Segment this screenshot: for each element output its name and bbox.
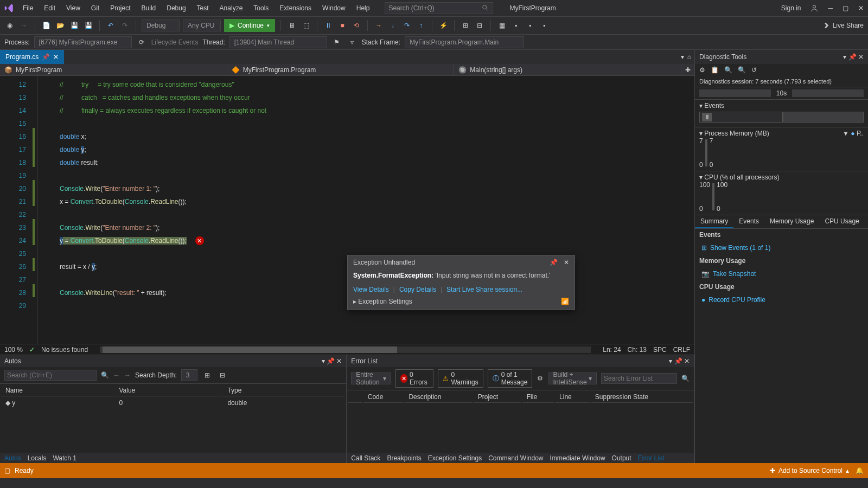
split-icon[interactable]: ✚ (681, 64, 694, 75)
panel-pin-icon[interactable]: 📌 (848, 53, 857, 61)
panel-close-icon[interactable]: ✕ (684, 357, 690, 365)
continue-button[interactable]: ▶Continue▾ (224, 19, 275, 32)
nav-next-icon[interactable]: → (124, 371, 131, 379)
nav-method[interactable]: 🔘 Main(string[] args) (454, 64, 681, 75)
tab-dropdown-icon[interactable]: ▾ (681, 53, 684, 61)
diag-settings-icon[interactable]: ⚙ (699, 66, 705, 74)
diag-mem-header[interactable]: ▾ Process Memory (MB) ▼ ● P.. (699, 130, 864, 137)
intellitrace-icon[interactable]: ▦ (496, 20, 507, 31)
liveshare-icon[interactable] (822, 22, 829, 29)
diag-tab-memory-usage[interactable]: Memory Usage (764, 215, 819, 228)
errlist-tab-exception-settings[interactable]: Exception Settings (428, 454, 482, 462)
search-go-icon[interactable]: 🔍 (101, 371, 109, 379)
save-all-icon[interactable]: 💾 (83, 20, 94, 31)
filter-icon[interactable]: ▿ (347, 37, 358, 48)
panel-dropdown-icon[interactable]: ▾ (669, 357, 672, 365)
new-item-icon[interactable]: 📄 (41, 20, 52, 31)
errlist-scope[interactable]: Entire Solution ▾ (351, 373, 391, 384)
menu-test[interactable]: Test (193, 2, 213, 14)
show-next-icon[interactable]: → (373, 20, 384, 31)
save-icon[interactable]: 💾 (69, 20, 80, 31)
menu-extensions[interactable]: Extensions (275, 2, 316, 14)
diag-cpu-header[interactable]: ▾ CPU (% of all processors) (699, 174, 864, 181)
diag2-icon[interactable]: ▪ (525, 20, 535, 31)
menu-view[interactable]: View (62, 2, 85, 14)
notifications-icon[interactable]: 🔔 (856, 467, 864, 474)
diag3-icon[interactable]: ▪ (539, 20, 550, 31)
menu-build[interactable]: Build (137, 2, 161, 14)
step-out-icon[interactable]: ↑ (416, 20, 426, 31)
menu-file[interactable]: File (18, 2, 37, 14)
thread-combo[interactable]: [13904] Main Thread (229, 36, 327, 48)
issues-status[interactable]: No issues found (41, 346, 88, 354)
panel-pin-icon[interactable]: 📌 (674, 357, 682, 365)
menu-help[interactable]: Help (352, 2, 374, 14)
diag-tab-summary[interactable]: Summary (695, 215, 733, 228)
step-into-icon[interactable]: ↓ (387, 20, 398, 31)
diag-zoomin-icon[interactable]: 🔍 (724, 66, 732, 74)
autos-search[interactable] (4, 370, 97, 381)
diag-events-header[interactable]: ▾ Events (699, 102, 864, 110)
diag-timeline[interactable] (699, 89, 771, 97)
exception-settings-toggle[interactable]: ▸ Exception Settings (353, 298, 412, 305)
menu-project[interactable]: Project (106, 2, 135, 14)
diag-zoomout-icon[interactable]: 🔍 (738, 66, 746, 74)
redo-icon[interactable]: ↷ (119, 20, 130, 31)
step-over-icon[interactable]: ↷ (401, 20, 412, 31)
tab-program-cs[interactable]: Program.cs 📌 ✕ (0, 50, 64, 64)
menu-window[interactable]: Window (318, 2, 350, 14)
autos-tab-locals[interactable]: Locals (28, 454, 47, 462)
debug-target-icon[interactable]: ⬚ (301, 20, 311, 31)
panel-close-icon[interactable]: ✕ (858, 53, 864, 61)
user-icon[interactable] (810, 4, 818, 12)
liveshare-button[interactable]: Live Share (833, 22, 864, 29)
config-combo[interactable]: Debug (142, 20, 180, 31)
sign-in-link[interactable]: Sign in (781, 4, 801, 12)
exception-close-icon[interactable]: ✕ (564, 259, 569, 266)
lineending-indicator[interactable]: CRLF (673, 346, 690, 354)
menu-tools[interactable]: Tools (249, 2, 273, 14)
autos-opt2-icon[interactable]: ⊟ (217, 370, 228, 381)
scrollbar-horizontal[interactable] (100, 346, 591, 353)
errors-pill[interactable]: ✕0 Errors (395, 369, 434, 388)
errlist-search[interactable] (601, 373, 677, 384)
panel-dropdown-icon[interactable]: ▾ (322, 357, 325, 365)
show-events-link[interactable]: ⊞ Show Events (1 of 1) (695, 241, 868, 255)
col-indicator[interactable]: Ch: 13 (628, 346, 647, 354)
nav-back-icon[interactable]: ◉ (4, 20, 15, 31)
zoom-level[interactable]: 100 % (4, 346, 23, 354)
diag-tab-events[interactable]: Events (733, 215, 764, 228)
exception-liveshare[interactable]: Start Live Share session... (446, 286, 522, 293)
nav-fwd-icon[interactable]: → (18, 20, 29, 31)
cycle-icon[interactable]: ⟳ (136, 37, 147, 48)
autos-tab-watch-1[interactable]: Watch 1 (53, 454, 76, 462)
depth-combo[interactable]: 3 (181, 369, 197, 381)
platform-combo[interactable]: Any CPU (183, 20, 221, 31)
code-editor[interactable]: 121314151617181920212223242526272829 // … (0, 76, 694, 344)
menu-git[interactable]: Git (87, 2, 104, 14)
restart-icon[interactable]: ⟲ (351, 20, 362, 31)
errlist-tab-call-stack[interactable]: Call Stack (351, 454, 380, 462)
exception-copy-details[interactable]: Copy Details (399, 286, 436, 293)
process-combo[interactable]: [6776] MyFirstProgram.exe (34, 36, 132, 48)
flag-icon[interactable]: ⚑ (331, 37, 342, 48)
errlist-tab-output[interactable]: Output (612, 454, 631, 462)
autos-row[interactable]: ◆ y0double (1, 397, 345, 408)
errlist-tab-error-list[interactable]: Error List (638, 454, 665, 462)
autos-opt1-icon[interactable]: ⊞ (202, 370, 213, 381)
quick-search[interactable]: Search (Ctrl+Q) (385, 2, 493, 14)
line-indicator[interactable]: Ln: 24 (603, 346, 621, 354)
undo-icon[interactable]: ↶ (105, 20, 116, 31)
diag-select-icon[interactable]: 📋 (711, 66, 719, 74)
pause-icon[interactable]: ⏸ (323, 20, 334, 31)
browser-icon[interactable]: 🖥 (286, 20, 297, 31)
diag-tab-cpu-usage[interactable]: CPU Usage (819, 215, 864, 228)
search-icon[interactable]: 🔍 (681, 375, 690, 382)
nav-class[interactable]: 🔶 MyFirstProgram.Program (227, 64, 455, 75)
record-cpu-link[interactable]: ● Record CPU Profile (695, 293, 868, 307)
diag1-icon[interactable]: ▪ (510, 20, 521, 31)
autos-tab-autos[interactable]: Autos (4, 454, 21, 462)
menu-debug[interactable]: Debug (162, 2, 190, 14)
stack-icon[interactable]: ⊟ (474, 20, 485, 31)
tab-home-icon[interactable]: ⌂ (687, 53, 691, 61)
